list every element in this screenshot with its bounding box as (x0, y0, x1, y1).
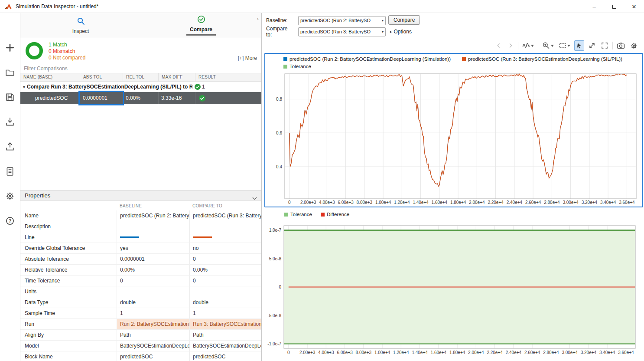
property-compare-value[interactable]: predictedSOC (Run 3: BatteryS (189, 210, 261, 221)
property-baseline-value[interactable]: Run 2: BatterySOCEstimationD (117, 319, 189, 329)
fullscreen-icon[interactable] (600, 40, 609, 51)
fit-to-view-icon[interactable] (587, 40, 597, 51)
maximize-button[interactable] (604, 0, 624, 13)
svg-text:3.00e+4: 3.00e+4 (562, 350, 578, 355)
property-compare-value[interactable]: double (189, 297, 261, 308)
property-label: Data Type (20, 297, 117, 308)
help-icon[interactable]: ? (4, 216, 16, 226)
svg-text:3.20e+4: 3.20e+4 (581, 350, 597, 355)
property-baseline-value[interactable]: yes (117, 243, 189, 253)
comparison-group-row[interactable]: ▾ Compare Run 3: BatterySOCEstimationDee… (20, 82, 261, 92)
properties-table: BASELINE COMPARE TO NamepredictedSOC (Ru… (20, 201, 261, 361)
signal-name-cell[interactable]: predictedSOC (20, 92, 80, 104)
col-rel-tol[interactable]: REL TOL (123, 73, 158, 81)
col-name-base[interactable]: NAME (BASE) (20, 73, 80, 81)
svg-text:0: 0 (287, 350, 290, 355)
property-baseline-value[interactable]: double (117, 297, 189, 308)
minimize-button[interactable]: – (584, 0, 604, 13)
compare-to-dropdown[interactable]: predictedSOC (Run 3: BatterySO ▾ (298, 27, 386, 36)
collapse-panel-icon[interactable]: ‹ (257, 16, 259, 21)
svg-text:3.40e+4: 3.40e+4 (599, 350, 615, 355)
new-plus-icon[interactable] (4, 43, 16, 53)
tab-compare[interactable]: Compare (141, 13, 261, 38)
next-view-icon[interactable] (506, 40, 515, 51)
previous-view-icon[interactable] (494, 40, 503, 51)
svg-text:1.40e+4: 1.40e+4 (413, 200, 429, 205)
property-baseline-value[interactable] (117, 232, 189, 243)
property-baseline-value[interactable]: 0 (117, 276, 189, 286)
property-compare-value[interactable]: Path (189, 330, 261, 340)
options-disclosure[interactable]: ▸ Options (390, 29, 412, 35)
plot-panel: Baseline: predictedSOC (Run 2: BatterySO… (262, 13, 644, 361)
soc-chart-svg[interactable]: 02.00e+34.00e+36.00e+38.00e+31.00e+41.20… (265, 54, 642, 207)
property-baseline-value[interactable]: 0.00% (117, 265, 189, 275)
more-link[interactable]: [+] More (238, 55, 257, 61)
properties-header[interactable]: Properties (20, 190, 261, 201)
close-button[interactable]: ✕ (624, 0, 644, 13)
property-compare-value[interactable]: 0.00% (189, 265, 261, 275)
property-label: Override Global Tolerance (20, 243, 117, 253)
property-compare-value[interactable] (189, 286, 261, 297)
property-baseline-value[interactable]: 0.0000001 (117, 254, 189, 264)
tab-inspect[interactable]: Inspect (20, 13, 141, 38)
open-folder-icon[interactable] (4, 67, 16, 78)
plot-settings-gear-icon[interactable] (629, 40, 639, 51)
property-compare-value[interactable]: Run 3: BatterySOCEstimationD (189, 319, 261, 329)
chevron-down-icon[interactable] (252, 194, 257, 202)
property-compare-value[interactable]: predictedSOC (189, 351, 261, 361)
svg-text:8.00e+3: 8.00e+3 (357, 200, 373, 205)
property-compare-value[interactable] (189, 221, 261, 232)
difference-chart[interactable]: ToleranceDifference 02.00e+34.00e+36.00e… (264, 210, 643, 361)
soc-comparison-chart[interactable]: predictedSOC (Run 2: BatterySOCEstimatio… (264, 53, 643, 207)
toolbar-divider (518, 42, 518, 49)
filter-comparisons-input[interactable] (20, 64, 261, 73)
svg-text:2.40e+4: 2.40e+4 (507, 200, 523, 205)
rel-tol-cell[interactable]: 0.00% (123, 92, 158, 104)
col-max-diff[interactable]: MAX DIFF (158, 73, 195, 81)
signal-wave-menu-icon[interactable] (521, 40, 535, 51)
preferences-gear-icon[interactable] (4, 191, 16, 201)
svg-text:2.60e+4: 2.60e+4 (524, 350, 540, 355)
property-baseline-value[interactable]: BatterySOCEstimationDeepLe (117, 341, 189, 351)
abs-tol-cell[interactable]: 0.0000001 (80, 92, 123, 104)
col-result[interactable]: RESULT (195, 73, 261, 81)
property-compare-value[interactable] (189, 232, 261, 243)
pointer-tool-icon[interactable] (574, 40, 584, 51)
property-compare-value[interactable]: no (189, 243, 261, 253)
export-icon[interactable] (4, 141, 16, 152)
svg-text:1.00e+4: 1.00e+4 (374, 350, 390, 355)
svg-text:2.20e+4: 2.20e+4 (487, 350, 503, 355)
difference-chart-svg[interactable]: 02.00e+34.00e+36.00e+38.00e+31.00e+41.20… (264, 210, 643, 361)
svg-text:1.80e+4: 1.80e+4 (449, 350, 465, 355)
property-row-model: ModelBatterySOCEstimationDeepLeBatterySO… (20, 341, 261, 351)
property-compare-value[interactable]: BatterySOCEstimationDeepLe (189, 341, 261, 351)
zoom-region-menu-icon[interactable] (558, 40, 571, 51)
property-row-sample-time: Sample Time11 (20, 308, 261, 319)
property-baseline-value[interactable] (117, 286, 189, 297)
expand-caret-icon[interactable]: ▾ (23, 85, 25, 89)
import-icon[interactable] (4, 117, 16, 127)
property-label: Sample Time (20, 308, 117, 318)
zoom-in-menu-icon[interactable] (541, 40, 555, 51)
property-baseline-value[interactable]: 1 (117, 308, 189, 318)
signal-row-predictedsoc[interactable]: predictedSOC 0.0000001 0.00% 3.33e-16 (20, 92, 261, 104)
property-compare-value[interactable]: 1 (189, 308, 261, 318)
property-compare-value[interactable]: 0 (189, 276, 261, 286)
svg-text:2.40e+4: 2.40e+4 (506, 350, 522, 355)
property-label: Line (20, 232, 117, 243)
property-baseline-value[interactable]: predictedSOC (117, 351, 189, 361)
snapshot-camera-icon[interactable] (616, 40, 626, 51)
property-baseline-value[interactable] (117, 221, 189, 232)
max-diff-cell[interactable]: 3.33e-16 (158, 92, 195, 104)
property-baseline-value[interactable]: Path (117, 330, 189, 340)
col-abs-tol[interactable]: ABS TOL (80, 73, 123, 81)
save-icon[interactable] (4, 92, 16, 102)
result-cell[interactable] (195, 92, 261, 104)
create-report-icon[interactable] (4, 166, 16, 177)
svg-text:3.00e+4: 3.00e+4 (563, 200, 579, 205)
property-baseline-value[interactable]: predictedSOC (Run 2: BatteryS (117, 210, 189, 221)
baseline-dropdown[interactable]: predictedSOC (Run 2: BatterySO ▾ (298, 16, 386, 25)
svg-text:4.00e+3: 4.00e+3 (318, 350, 334, 355)
property-compare-value[interactable]: 0 (189, 254, 261, 264)
compare-button[interactable]: Compare (388, 15, 420, 25)
